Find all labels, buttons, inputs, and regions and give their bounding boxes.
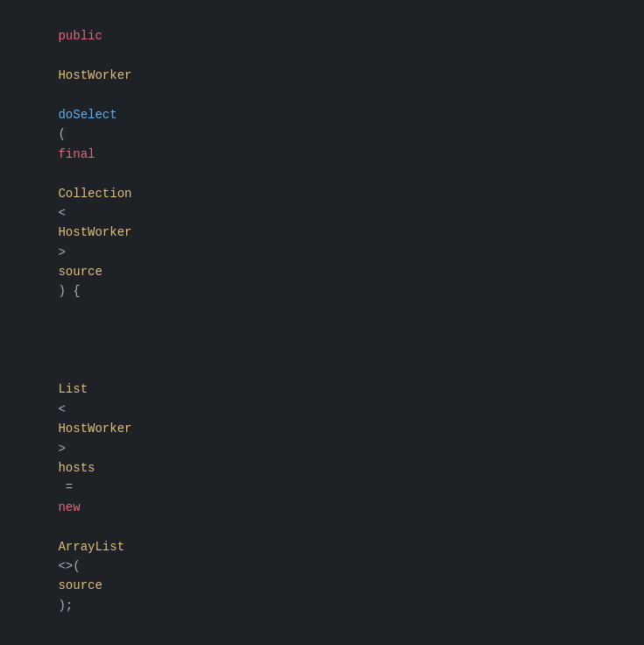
keyword-public: public xyxy=(58,29,102,43)
code-editor: public HostWorker doSelect ( final Colle… xyxy=(0,0,644,645)
code-line-1: public HostWorker doSelect ( final Colle… xyxy=(0,7,644,321)
type-hostworker: HostWorker xyxy=(58,68,131,82)
code-line-3: List < HostWorker > hosts = new ArrayLis… xyxy=(0,341,644,635)
code-line-4: int size = hosts . size (); xyxy=(0,635,644,646)
keyword-final: final xyxy=(58,147,95,161)
code-line-2 xyxy=(0,321,644,340)
method-doselect: doSelect xyxy=(58,108,117,122)
